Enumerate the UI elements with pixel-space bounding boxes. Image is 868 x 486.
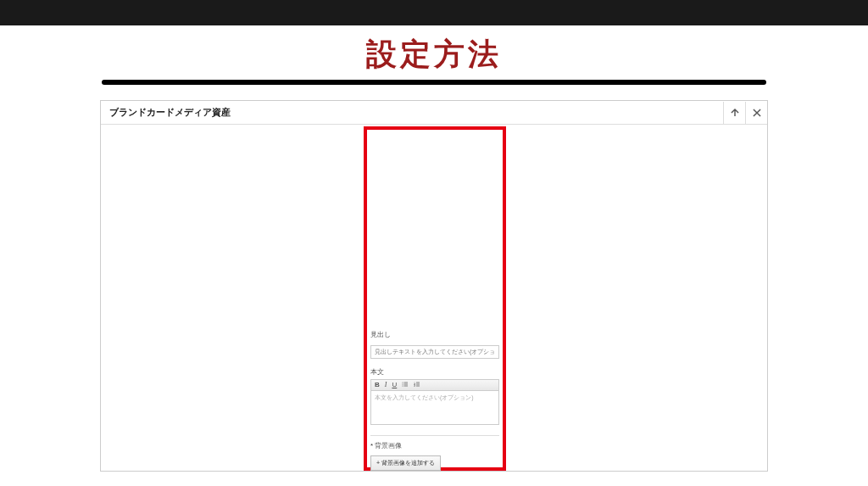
card-form: 見出し 本文 B I U 本文を入力してください(オプション) 背景画像: [370, 325, 499, 471]
italic-button[interactable]: I: [385, 381, 387, 388]
panel-header: ブランドカードメディア資産: [101, 101, 767, 125]
panel-title: ブランドカードメディア資産: [101, 106, 239, 119]
rte-toolbar: B I U: [370, 379, 499, 391]
svg-point-1: [403, 383, 403, 384]
bullet-list-icon: [402, 381, 409, 388]
body-textarea[interactable]: 本文を入力してください(オプション): [370, 391, 499, 425]
close-button[interactable]: [745, 102, 767, 124]
bullet-list-button[interactable]: [402, 381, 409, 389]
move-up-button[interactable]: [723, 102, 745, 124]
bg-image-label: 背景画像: [370, 441, 499, 450]
body-label: 本文: [370, 367, 499, 377]
title-underline: [102, 80, 766, 85]
panel-body: 見出し 本文 B I U 本文を入力してください(オプション) 背景画像: [101, 125, 767, 471]
window-topbar: [0, 0, 868, 25]
page-root: 設定方法 ブランドカードメディア資産 見出し 本文 B I: [0, 0, 868, 486]
svg-point-2: [403, 385, 403, 386]
brand-card-panel: ブランドカードメディア資産 見出し 本文 B I U: [100, 100, 768, 472]
headline-input[interactable]: [370, 345, 499, 359]
bold-button[interactable]: B: [375, 381, 380, 388]
add-bg-image-button[interactable]: + 背景画像を追加する: [370, 455, 441, 471]
number-list-icon: [414, 381, 420, 388]
page-title: 設定方法: [0, 34, 868, 75]
close-icon: [751, 107, 763, 119]
underline-button[interactable]: U: [392, 381, 397, 388]
divider: [370, 435, 499, 436]
panel-actions: [723, 102, 767, 124]
number-list-button[interactable]: [414, 381, 420, 389]
arrow-up-icon: [729, 107, 741, 119]
svg-point-0: [403, 382, 403, 383]
headline-label: 見出し: [370, 330, 499, 339]
